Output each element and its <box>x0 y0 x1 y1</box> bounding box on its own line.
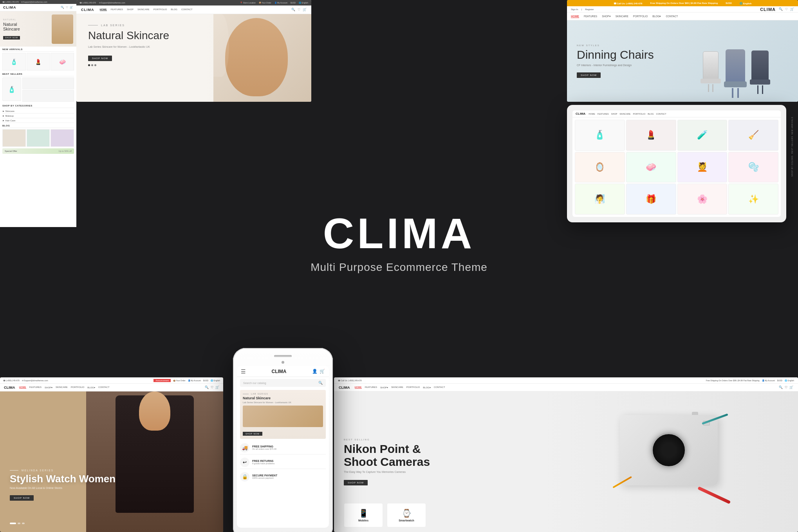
tablet-nav-portfolio[interactable]: PORTFOLIO <box>633 113 645 115</box>
sidebar-shop-btn[interactable]: SHOP NOW <box>3 36 20 40</box>
cameras-currency: $USD <box>777 379 782 382</box>
search-icon[interactable]: 🔍 <box>291 8 295 11</box>
tablet-product[interactable]: 🎁 <box>626 184 676 215</box>
fn-blog[interactable]: BLOG▾ <box>87 386 95 389</box>
nav-blog[interactable]: BLOG <box>171 8 177 11</box>
promo-shipping: Free Shipping On Orders Over $99 | $4.99… <box>650 2 718 4</box>
tablet-nav-skincare[interactable]: SKINCARE <box>619 113 630 115</box>
tablet-nav-contact[interactable]: CONTACT <box>656 113 666 115</box>
model-highlight <box>213 14 229 77</box>
chairs-nav-home[interactable]: HOME <box>571 15 579 18</box>
cn-skincare[interactable]: SKINCARE <box>391 386 403 389</box>
chairs-nav-blog[interactable]: BLOG▾ <box>652 15 661 18</box>
chairs-nav-portfolio[interactable]: PORTFOLIO <box>633 15 648 18</box>
tablet-product[interactable]: 🧖 <box>575 184 625 215</box>
search-icon[interactable]: 🔍 <box>61 6 64 9</box>
tablet-product[interactable]: 🧴 <box>575 120 625 151</box>
nav-shop[interactable]: SHOP <box>127 8 134 11</box>
fn-contact[interactable]: CONTACT <box>98 386 110 389</box>
nav-home[interactable]: HOME <box>100 8 107 11</box>
nav-skincare[interactable]: SKINCARE <box>137 8 150 11</box>
cameras-wishlist-icon[interactable]: ♡ <box>785 386 787 389</box>
tablet-product[interactable]: ✨ <box>728 184 778 215</box>
cameras-cart-icon[interactable]: 🛒 <box>789 386 793 389</box>
tablet-product[interactable]: 🧪 <box>677 120 728 151</box>
cameras-search-icon[interactable]: 🔍 <box>779 386 783 389</box>
tablet-nav-shop[interactable]: SHOP <box>611 113 617 115</box>
blog-thumb[interactable] <box>51 129 74 147</box>
tablet-product[interactable]: 🫧 <box>728 152 778 183</box>
category-mobiles-card[interactable]: 📱 Mobiles <box>344 503 383 527</box>
product-item[interactable]: 🧼 <box>51 53 74 70</box>
fn-skincare[interactable]: SKINCARE <box>56 386 68 389</box>
product-item[interactable]: 💄 <box>27 53 50 70</box>
tablet-product[interactable]: 🧼 <box>626 152 676 183</box>
cn-contact[interactable]: CONTACT <box>434 386 445 389</box>
phone-search-bar[interactable]: Search our catalog 🔍 <box>240 379 326 387</box>
tablet-nav-home[interactable]: HOME <box>589 113 595 115</box>
chairs-shop-btn[interactable]: SHOP NOW <box>577 72 601 78</box>
fashion-search-icon[interactable]: 🔍 <box>205 386 209 389</box>
phone-menu-icon[interactable]: ☰ <box>241 368 246 375</box>
cn-portfolio[interactable]: PORTFOLIO <box>406 386 420 389</box>
blog-thumb[interactable] <box>27 129 50 147</box>
leg <box>762 85 763 94</box>
tablet-nav-features[interactable]: FEATURES <box>598 113 609 115</box>
cn-features[interactable]: FEATURES <box>365 386 377 389</box>
cn-blog[interactable]: BLOG▾ <box>423 386 431 389</box>
fashion-shop-btn[interactable]: SHOP NOW <box>10 495 34 501</box>
fashion-dot-2[interactable] <box>18 523 20 524</box>
chairs-nav-skincare[interactable]: SKINCARE <box>616 15 628 18</box>
cn-home[interactable]: HOME <box>355 386 362 389</box>
blog-thumb[interactable] <box>2 129 26 147</box>
phone-search-icon[interactable]: 🔍 <box>318 381 323 385</box>
chairs-nav-features[interactable]: FEATURES <box>584 15 597 18</box>
chairs-nav-contact[interactable]: CONTACT <box>666 15 678 18</box>
category-item[interactable]: ► Hair Care <box>2 119 74 123</box>
sign-in-link[interactable]: Sign In <box>571 8 578 11</box>
fn-shop[interactable]: SHOP▾ <box>45 386 52 389</box>
browser-util-bar: ☎ (+800) 245-678 ✉ Support@climathemes.c… <box>76 0 311 5</box>
shop-now-button[interactable]: SHOP NOW <box>88 56 112 61</box>
product-item[interactable]: 🧴 <box>2 53 26 70</box>
tablet-product[interactable]: 🧹 <box>728 120 778 151</box>
nav-contact[interactable]: CONTACT <box>181 8 193 11</box>
tablet-product[interactable]: 💆 <box>677 152 728 183</box>
wishlist-icon[interactable]: ♡ <box>785 7 788 11</box>
cart-icon[interactable]: 🛒 <box>790 7 794 11</box>
cn-shop[interactable]: SHOP▾ <box>380 386 388 389</box>
category-smartwatch-card[interactable]: ⌚ Smartwatch <box>387 503 426 527</box>
search-icon[interactable]: 🔍 <box>779 7 783 11</box>
fn-portfolio[interactable]: PORTFOLIO <box>71 386 85 389</box>
dot-3[interactable] <box>94 64 96 66</box>
cart-icon[interactable]: 🛒 <box>303 8 307 11</box>
phone-user-icon[interactable]: 👤 <box>312 369 318 374</box>
dot-2[interactable] <box>91 64 93 66</box>
tablet-nav-blog[interactable]: BLOG <box>648 113 654 115</box>
nav-features[interactable]: FEATURES <box>111 8 123 11</box>
register-link[interactable]: Register <box>585 8 594 11</box>
fn-home[interactable]: HOME <box>19 386 26 389</box>
wishlist-icon[interactable]: ♡ <box>66 6 68 9</box>
cart-icon[interactable]: 🛒 <box>70 6 73 9</box>
phone-shop-btn[interactable]: SHOP NOW <box>243 432 262 436</box>
nav-icons: 🔍 ♡ 🛒 <box>291 8 307 11</box>
tablet-product[interactable]: 🪞 <box>575 152 625 183</box>
tablet-product[interactable]: 💄 <box>626 120 676 151</box>
dot-1[interactable] <box>88 64 90 66</box>
category-item[interactable]: ► Skincare <box>2 109 74 114</box>
nav-portfolio[interactable]: PORTFOLIO <box>153 8 167 11</box>
fn-features[interactable]: FEATURES <box>29 386 42 389</box>
cameras-shop-btn[interactable]: SHOP NOW <box>344 480 368 485</box>
fashion-dot-active[interactable] <box>10 523 16 524</box>
category-item[interactable]: ► Makeup <box>2 114 74 118</box>
fashion-logo: CLIMA <box>4 386 15 390</box>
tablet-product[interactable]: 🌸 <box>677 184 728 215</box>
phone-cart-icon[interactable]: 🛒 <box>320 369 325 374</box>
fashion-dot-3[interactable] <box>22 523 25 524</box>
fashion-cart-icon[interactable]: 🛒 <box>215 386 219 389</box>
fashion-wishlist-icon[interactable]: ♡ <box>211 386 213 389</box>
wishlist-icon[interactable]: ♡ <box>298 8 300 11</box>
product-thumb[interactable]: 🧴 <box>2 78 21 101</box>
chairs-nav-shop[interactable]: SHOP▾ <box>602 15 610 18</box>
